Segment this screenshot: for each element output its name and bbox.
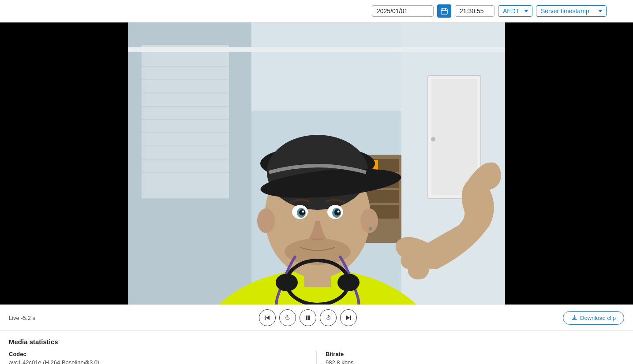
svg-rect-56	[265, 316, 266, 320]
svg-point-9	[431, 137, 435, 141]
pause-icon	[305, 315, 311, 321]
download-icon	[571, 315, 577, 321]
svg-point-47	[302, 211, 304, 213]
svg-text:10: 10	[327, 316, 330, 319]
codec-value: avc1.42c01e (H.264 Baseline@3.0)	[9, 359, 307, 364]
bitrate-value: 982.8 kbps	[326, 359, 624, 364]
skip-end-icon	[345, 315, 352, 321]
stats-col-codec: Codec avc1.42c01e (H.264 Baseline@3.0)	[9, 351, 317, 364]
codec-label: Codec	[9, 351, 307, 357]
black-right-panel	[547, 22, 633, 305]
svg-point-45	[299, 209, 305, 215]
svg-rect-34	[128, 47, 505, 52]
svg-marker-57	[266, 316, 270, 320]
forward-icon: 10	[325, 315, 331, 321]
stats-grid: Codec avc1.42c01e (H.264 Baseline@3.0) B…	[9, 351, 624, 364]
svg-point-46	[334, 209, 341, 215]
controls-bar: Live -5.2 s 10	[0, 305, 633, 331]
svg-marker-65	[346, 316, 350, 320]
skip-beginning-icon	[264, 315, 270, 321]
video-svg	[128, 22, 505, 305]
skip-end-button[interactable]	[340, 309, 357, 326]
download-clip-button[interactable]: Download clip	[563, 311, 624, 325]
playback-controls: 10 10	[53, 309, 563, 326]
calendar-icon	[441, 7, 448, 15]
svg-point-55	[337, 274, 360, 291]
svg-rect-61	[308, 316, 310, 320]
timestamp-select[interactable]: Server timestamp	[536, 5, 607, 17]
timezone-select[interactable]: AEDT	[498, 5, 532, 17]
svg-rect-24	[141, 45, 229, 199]
svg-text:10: 10	[287, 316, 289, 319]
svg-point-50	[257, 208, 275, 233]
svg-point-54	[276, 274, 298, 291]
media-stats-title: Media statistics	[9, 338, 624, 345]
time-input[interactable]	[455, 5, 494, 17]
page-wrapper: AEDT Server timestamp	[0, 0, 633, 364]
skip-beginning-button[interactable]	[259, 309, 276, 326]
pause-button[interactable]	[300, 309, 316, 326]
svg-rect-60	[306, 316, 307, 320]
rewind-button[interactable]: 10	[279, 309, 296, 326]
video-container	[0, 22, 633, 305]
svg-rect-0	[441, 9, 447, 14]
svg-point-52	[369, 227, 372, 230]
calendar-button[interactable]	[437, 4, 451, 18]
forward-button[interactable]: 10	[320, 309, 337, 326]
rewind-icon: 10	[285, 315, 291, 321]
svg-point-48	[337, 211, 340, 213]
video-frame	[128, 22, 505, 305]
media-stats-section: Media statistics Codec avc1.42c01e (H.26…	[0, 331, 633, 364]
date-input[interactable]	[372, 5, 434, 17]
top-toolbar: AEDT Server timestamp	[0, 0, 633, 22]
live-indicator: Live -5.2 s	[9, 315, 53, 321]
black-left-panel	[0, 22, 86, 305]
bitrate-label: Bitrate	[326, 351, 624, 357]
svg-rect-64	[350, 316, 351, 320]
stats-col-bitrate: Bitrate 982.8 kbps	[317, 351, 624, 364]
